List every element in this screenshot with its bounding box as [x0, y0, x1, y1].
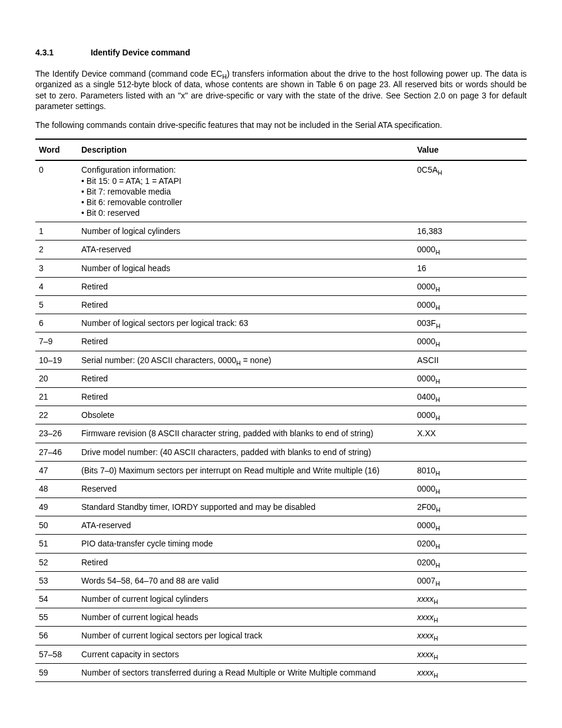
cell-word: 47	[35, 461, 78, 479]
table-row: 21Retired0400H	[35, 387, 527, 406]
cell-value: 16,383	[414, 222, 527, 241]
cell-word: 5	[35, 296, 78, 314]
cell-description: Configuration information:Bit 15: 0 = AT…	[78, 160, 414, 222]
cell-description: Words 54–58, 64–70 and 88 are valid	[78, 571, 414, 589]
cell-description: Retired	[78, 277, 414, 295]
table-row: 1Number of logical cylinders16,383	[35, 222, 527, 241]
section-heading: 4.3.1 Identify Device command	[35, 47, 527, 58]
table-row: 54Number of current logical cylindersxxx…	[35, 590, 527, 608]
table-row: 53Words 54–58, 64–70 and 88 are valid000…	[35, 571, 527, 589]
cell-value: xxxxH	[414, 590, 527, 608]
table-row: 5Retired0000H	[35, 296, 527, 314]
cell-word: 4	[35, 277, 78, 295]
cell-description: Number of logical cylinders	[78, 222, 414, 241]
table-row: 2ATA-reserved0000H	[35, 241, 527, 259]
cell-word: 48	[35, 479, 78, 498]
cell-value: 0000H	[414, 479, 527, 498]
section-title: Identify Device command	[91, 48, 190, 57]
cell-value: 0000H	[414, 369, 527, 387]
cell-value: 0007H	[414, 571, 527, 589]
cell-value: 0000H	[414, 406, 527, 424]
cell-value: 003FH	[414, 314, 527, 332]
cell-word: 27–46	[35, 443, 78, 461]
cell-description: ATA-reserved	[78, 241, 414, 259]
cell-value: xxxxH	[414, 608, 527, 627]
cell-value: X.XX	[414, 424, 527, 443]
col-value: Value	[414, 139, 527, 160]
cell-word: 21	[35, 387, 78, 406]
table-row: 0Configuration information:Bit 15: 0 = A…	[35, 160, 527, 222]
cell-word: 22	[35, 406, 78, 424]
table-row: 20Retired0000H	[35, 369, 527, 387]
cell-value: 0200H	[414, 535, 527, 553]
table-row: 22Obsolete0000H	[35, 406, 527, 424]
table-row: 23–26Firmware revision (8 ASCII characte…	[35, 424, 527, 443]
table-row: 10–19Serial number: (20 ASCII characters…	[35, 351, 527, 369]
cell-description: Obsolete	[78, 406, 414, 424]
paragraph-2: The following commands contain drive-spe…	[35, 120, 527, 130]
cell-description: Number of current logical heads	[78, 608, 414, 627]
cell-value: ASCII	[414, 351, 527, 369]
cell-value: 0000H	[414, 516, 527, 535]
table-row: 7–9Retired0000H	[35, 332, 527, 351]
cell-word: 55	[35, 608, 78, 627]
cell-value: 0000H	[414, 277, 527, 295]
cell-description: Retired	[78, 553, 414, 571]
cell-word: 7–9	[35, 332, 78, 351]
cell-word: 59	[35, 663, 78, 681]
cell-value: 0C5AH	[414, 160, 527, 222]
cell-description: Current capacity in sectors	[78, 645, 414, 663]
cell-description: (Bits 7–0) Maximum sectors per interrupt…	[78, 461, 414, 479]
cell-word: 57–58	[35, 645, 78, 663]
table-row: 47(Bits 7–0) Maximum sectors per interru…	[35, 461, 527, 479]
cell-value: xxxxH	[414, 645, 527, 663]
cell-description: Number of logical sectors per logical tr…	[78, 314, 414, 332]
cell-description: Retired	[78, 369, 414, 387]
cell-description: Standard Standby timer, IORDY supported …	[78, 498, 414, 516]
paragraph-1: The Identify Device command (command cod…	[35, 68, 527, 111]
identify-device-table: Word Description Value 0Configuration in…	[35, 139, 527, 682]
table-row: 48Reserved0000H	[35, 479, 527, 498]
cell-value: xxxxH	[414, 627, 527, 645]
cell-description: Number of logical heads	[78, 259, 414, 277]
cell-description: Serial number: (20 ASCII characters, 000…	[78, 351, 414, 369]
cell-word: 0	[35, 160, 78, 222]
cell-value: 0000H	[414, 296, 527, 314]
cell-value: 0000H	[414, 241, 527, 259]
cell-word: 1	[35, 222, 78, 241]
cell-word: 2	[35, 241, 78, 259]
cell-word: 49	[35, 498, 78, 516]
cell-description: Reserved	[78, 479, 414, 498]
table-row: 56Number of current logical sectors per …	[35, 627, 527, 645]
cell-word: 56	[35, 627, 78, 645]
cell-value: 0000H	[414, 332, 527, 351]
table-row: 27–46Drive model number: (40 ASCII chara…	[35, 443, 527, 461]
cell-word: 53	[35, 571, 78, 589]
cell-description: Firmware revision (8 ASCII character str…	[78, 424, 414, 443]
cell-value: xxxxH	[414, 663, 527, 681]
cell-description: Number of current logical cylinders	[78, 590, 414, 608]
cell-description: Retired	[78, 296, 414, 314]
cell-word: 54	[35, 590, 78, 608]
table-row: 6Number of logical sectors per logical t…	[35, 314, 527, 332]
cell-description: Number of sectors transferred during a R…	[78, 663, 414, 681]
cell-value: 8010H	[414, 461, 527, 479]
cell-word: 50	[35, 516, 78, 535]
col-word: Word	[35, 139, 78, 160]
cell-description: ATA-reserved	[78, 516, 414, 535]
table-row: 52Retired0200H	[35, 553, 527, 571]
table-row: 51PIO data-transfer cycle timing mode020…	[35, 535, 527, 553]
col-description: Description	[78, 139, 414, 160]
cell-value: 2F00H	[414, 498, 527, 516]
cell-value: 0400H	[414, 387, 527, 406]
cell-word: 52	[35, 553, 78, 571]
table-row: 49Standard Standby timer, IORDY supporte…	[35, 498, 527, 516]
cell-word: 23–26	[35, 424, 78, 443]
cell-word: 20	[35, 369, 78, 387]
cell-description: Retired	[78, 332, 414, 351]
cell-word: 10–19	[35, 351, 78, 369]
cell-description: Retired	[78, 387, 414, 406]
table-row: 59Number of sectors transferred during a…	[35, 663, 527, 681]
table-row: 55Number of current logical headsxxxxH	[35, 608, 527, 627]
cell-value	[414, 443, 527, 461]
